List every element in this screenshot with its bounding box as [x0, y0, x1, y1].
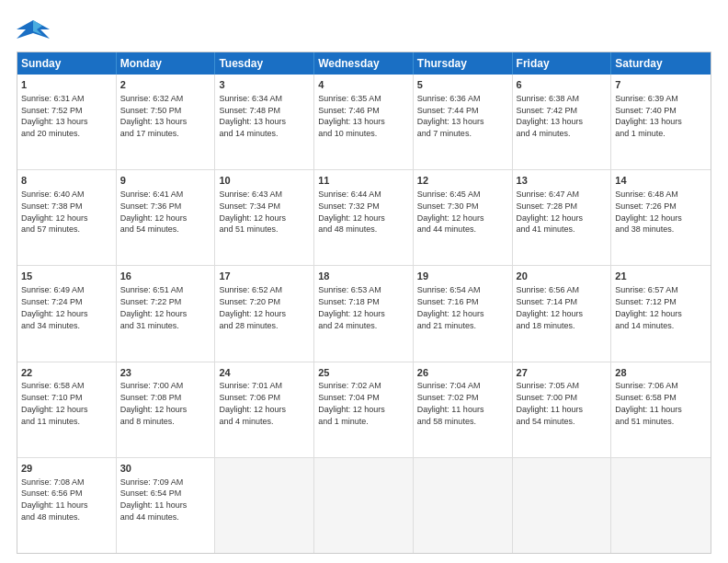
- page: SundayMondayTuesdayWednesdayThursdayFrid…: [0, 0, 728, 563]
- calendar-day-18: 18Sunrise: 6:53 AM Sunset: 7:18 PM Dayli…: [314, 266, 414, 361]
- calendar-empty-cell: [513, 458, 612, 553]
- calendar-body: 1Sunrise: 6:31 AM Sunset: 7:52 PM Daylig…: [17, 75, 711, 553]
- calendar-day-30: 30Sunrise: 7:09 AM Sunset: 6:54 PM Dayli…: [117, 458, 216, 553]
- day-number: 5: [417, 78, 508, 92]
- day-info: Sunrise: 6:32 AM Sunset: 7:50 PM Dayligh…: [120, 94, 188, 138]
- calendar-empty-cell: [611, 458, 711, 553]
- calendar-day-24: 24Sunrise: 7:01 AM Sunset: 7:06 PM Dayli…: [215, 362, 314, 457]
- day-number: 16: [120, 270, 211, 283]
- day-info: Sunrise: 7:04 AM Sunset: 7:02 PM Dayligh…: [417, 381, 484, 425]
- day-info: Sunrise: 6:56 AM Sunset: 7:14 PM Dayligh…: [517, 285, 584, 329]
- calendar-day-6: 6Sunrise: 6:38 AM Sunset: 7:42 PM Daylig…: [513, 75, 612, 169]
- day-info: Sunrise: 6:58 AM Sunset: 7:10 PM Dayligh…: [21, 381, 88, 425]
- day-number: 18: [318, 270, 409, 283]
- calendar-day-27: 27Sunrise: 7:05 AM Sunset: 7:00 PM Dayli…: [513, 362, 612, 457]
- calendar-empty-cell: [414, 458, 513, 553]
- day-info: Sunrise: 6:53 AM Sunset: 7:18 PM Dayligh…: [318, 285, 385, 329]
- day-info: Sunrise: 6:41 AM Sunset: 7:36 PM Dayligh…: [120, 190, 188, 234]
- day-number: 14: [615, 174, 707, 188]
- calendar-day-13: 13Sunrise: 6:47 AM Sunset: 7:28 PM Dayli…: [513, 170, 612, 265]
- day-number: 9: [120, 174, 211, 188]
- day-info: Sunrise: 7:08 AM Sunset: 6:56 PM Dayligh…: [21, 477, 88, 522]
- calendar-day-23: 23Sunrise: 7:00 AM Sunset: 7:08 PM Dayli…: [117, 362, 216, 457]
- day-number: 8: [21, 174, 112, 188]
- day-info: Sunrise: 6:51 AM Sunset: 7:22 PM Dayligh…: [120, 285, 188, 329]
- weekday-header-sunday: Sunday: [17, 52, 117, 75]
- day-info: Sunrise: 6:43 AM Sunset: 7:34 PM Dayligh…: [219, 190, 286, 234]
- day-info: Sunrise: 6:47 AM Sunset: 7:28 PM Dayligh…: [517, 190, 584, 234]
- day-info: Sunrise: 7:09 AM Sunset: 6:54 PM Dayligh…: [120, 477, 188, 522]
- calendar-row-1: 1Sunrise: 6:31 AM Sunset: 7:52 PM Daylig…: [17, 75, 711, 170]
- day-number: 20: [517, 270, 608, 283]
- day-info: Sunrise: 6:34 AM Sunset: 7:48 PM Dayligh…: [219, 94, 286, 138]
- day-number: 19: [417, 270, 508, 283]
- day-info: Sunrise: 7:06 AM Sunset: 6:58 PM Dayligh…: [615, 381, 682, 425]
- day-number: 4: [318, 78, 409, 92]
- day-number: 13: [517, 174, 608, 188]
- calendar-day-9: 9Sunrise: 6:41 AM Sunset: 7:36 PM Daylig…: [117, 170, 216, 265]
- calendar-day-8: 8Sunrise: 6:40 AM Sunset: 7:38 PM Daylig…: [17, 170, 117, 265]
- calendar-row-3: 15Sunrise: 6:49 AM Sunset: 7:24 PM Dayli…: [17, 266, 711, 362]
- day-number: 6: [517, 78, 608, 92]
- day-number: 28: [615, 366, 707, 380]
- day-info: Sunrise: 6:31 AM Sunset: 7:52 PM Dayligh…: [21, 94, 88, 138]
- calendar-day-11: 11Sunrise: 6:44 AM Sunset: 7:32 PM Dayli…: [314, 170, 414, 265]
- day-number: 26: [417, 366, 508, 380]
- day-info: Sunrise: 6:44 AM Sunset: 7:32 PM Dayligh…: [318, 190, 385, 234]
- calendar-day-16: 16Sunrise: 6:51 AM Sunset: 7:22 PM Dayli…: [117, 266, 216, 361]
- day-info: Sunrise: 6:49 AM Sunset: 7:24 PM Dayligh…: [21, 285, 88, 329]
- calendar-empty-cell: [314, 458, 414, 553]
- calendar-day-22: 22Sunrise: 6:58 AM Sunset: 7:10 PM Dayli…: [17, 362, 117, 457]
- calendar-empty-cell: [215, 458, 314, 553]
- calendar-day-20: 20Sunrise: 6:56 AM Sunset: 7:14 PM Dayli…: [513, 266, 612, 361]
- calendar-day-28: 28Sunrise: 7:06 AM Sunset: 6:58 PM Dayli…: [611, 362, 711, 457]
- weekday-header-monday: Monday: [117, 52, 216, 75]
- day-info: Sunrise: 6:40 AM Sunset: 7:38 PM Dayligh…: [21, 190, 88, 234]
- day-info: Sunrise: 6:45 AM Sunset: 7:30 PM Dayligh…: [417, 190, 484, 234]
- day-info: Sunrise: 6:38 AM Sunset: 7:42 PM Dayligh…: [517, 94, 584, 138]
- day-info: Sunrise: 7:02 AM Sunset: 7:04 PM Dayligh…: [318, 381, 385, 425]
- weekday-header-friday: Friday: [513, 52, 612, 75]
- day-number: 23: [120, 366, 211, 380]
- calendar-day-5: 5Sunrise: 6:36 AM Sunset: 7:44 PM Daylig…: [414, 75, 513, 169]
- day-number: 12: [417, 174, 508, 188]
- day-number: 7: [615, 78, 707, 92]
- day-number: 1: [21, 78, 112, 92]
- header: [17, 17, 711, 42]
- day-number: 3: [219, 78, 310, 92]
- day-info: Sunrise: 6:57 AM Sunset: 7:12 PM Dayligh…: [615, 285, 682, 329]
- day-info: Sunrise: 7:00 AM Sunset: 7:08 PM Dayligh…: [120, 381, 188, 425]
- calendar-day-1: 1Sunrise: 6:31 AM Sunset: 7:52 PM Daylig…: [17, 75, 117, 169]
- day-info: Sunrise: 6:36 AM Sunset: 7:44 PM Dayligh…: [417, 94, 484, 138]
- weekday-header-wednesday: Wednesday: [314, 52, 414, 75]
- weekday-header-saturday: Saturday: [611, 52, 711, 75]
- day-info: Sunrise: 6:35 AM Sunset: 7:46 PM Dayligh…: [318, 94, 385, 138]
- calendar-row-2: 8Sunrise: 6:40 AM Sunset: 7:38 PM Daylig…: [17, 170, 711, 266]
- calendar-day-2: 2Sunrise: 6:32 AM Sunset: 7:50 PM Daylig…: [117, 75, 216, 169]
- calendar-day-10: 10Sunrise: 6:43 AM Sunset: 7:34 PM Dayli…: [215, 170, 314, 265]
- calendar-day-21: 21Sunrise: 6:57 AM Sunset: 7:12 PM Dayli…: [611, 266, 711, 361]
- day-number: 25: [318, 366, 409, 380]
- day-info: Sunrise: 6:39 AM Sunset: 7:40 PM Dayligh…: [615, 94, 682, 138]
- day-info: Sunrise: 6:48 AM Sunset: 7:26 PM Dayligh…: [615, 190, 682, 234]
- calendar-day-29: 29Sunrise: 7:08 AM Sunset: 6:56 PM Dayli…: [17, 458, 117, 553]
- day-info: Sunrise: 7:01 AM Sunset: 7:06 PM Dayligh…: [219, 381, 286, 425]
- calendar-day-3: 3Sunrise: 6:34 AM Sunset: 7:48 PM Daylig…: [215, 75, 314, 169]
- day-number: 29: [21, 462, 112, 476]
- day-number: 2: [120, 78, 211, 92]
- calendar-day-14: 14Sunrise: 6:48 AM Sunset: 7:26 PM Dayli…: [611, 170, 711, 265]
- day-info: Sunrise: 6:54 AM Sunset: 7:16 PM Dayligh…: [417, 285, 484, 329]
- day-number: 21: [615, 270, 707, 283]
- calendar-day-7: 7Sunrise: 6:39 AM Sunset: 7:40 PM Daylig…: [611, 75, 711, 169]
- logo-icon: [17, 17, 50, 42]
- logo: [17, 17, 55, 42]
- calendar-header: SundayMondayTuesdayWednesdayThursdayFrid…: [17, 52, 711, 75]
- day-number: 30: [120, 462, 211, 476]
- calendar-day-19: 19Sunrise: 6:54 AM Sunset: 7:16 PM Dayli…: [414, 266, 513, 361]
- calendar-row-4: 22Sunrise: 6:58 AM Sunset: 7:10 PM Dayli…: [17, 362, 711, 458]
- calendar-day-25: 25Sunrise: 7:02 AM Sunset: 7:04 PM Dayli…: [314, 362, 414, 457]
- calendar-day-15: 15Sunrise: 6:49 AM Sunset: 7:24 PM Dayli…: [17, 266, 117, 361]
- day-number: 11: [318, 174, 409, 188]
- calendar-day-4: 4Sunrise: 6:35 AM Sunset: 7:46 PM Daylig…: [314, 75, 414, 169]
- day-info: Sunrise: 6:52 AM Sunset: 7:20 PM Dayligh…: [219, 285, 286, 329]
